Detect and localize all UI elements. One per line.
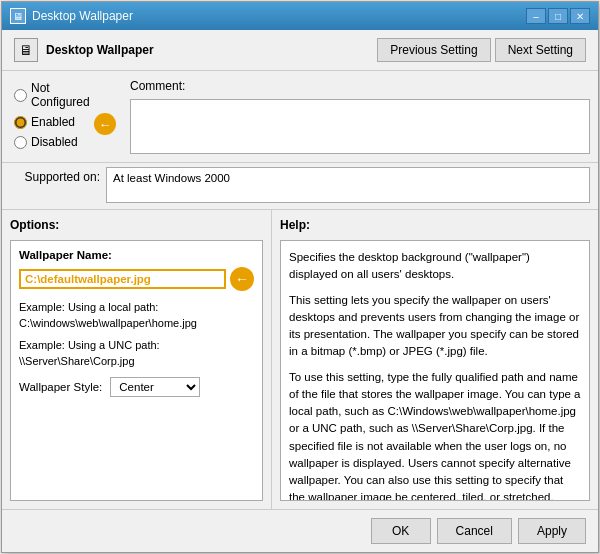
style-label: Wallpaper Style: — [19, 381, 102, 393]
supported-row: Supported on: At least Windows 2000 — [2, 163, 598, 210]
radio-enabled-label: Enabled — [31, 115, 75, 129]
supported-label: Supported on: — [10, 167, 100, 184]
example1-path: C:\windows\web\wallpaper\home.jpg — [19, 317, 254, 329]
help-panel: Help: Specifies the desktop background (… — [272, 210, 598, 509]
close-button[interactable]: ✕ — [570, 8, 590, 24]
radio-column: Not Configured Enabled ← Disabled — [2, 71, 122, 162]
wallpaper-name-label: Wallpaper Name: — [19, 249, 254, 261]
help-para-1: Specifies the desktop background ("wallp… — [289, 249, 581, 284]
title-bar: 🖥 Desktop Wallpaper – □ ✕ — [2, 2, 598, 30]
example2-label: Example: Using a UNC path: — [19, 339, 254, 351]
window-title: Desktop Wallpaper — [32, 9, 133, 23]
example2-path: \\Server\Share\Corp.jpg — [19, 355, 254, 367]
radio-not-configured-label: Not Configured — [31, 81, 110, 109]
title-bar-controls: – □ ✕ — [526, 8, 590, 24]
radio-disabled-input[interactable] — [14, 136, 27, 149]
main-window: 🖥 Desktop Wallpaper – □ ✕ 🖥 Desktop Wall… — [1, 1, 599, 553]
radio-disabled[interactable]: Disabled — [14, 135, 110, 149]
wallpaper-input-row: ← — [19, 267, 254, 291]
style-select[interactable]: Center Tile Stretch Fit Fill Span — [110, 377, 200, 397]
options-panel: Options: Wallpaper Name: ← Example: Usin… — [2, 210, 272, 509]
previous-setting-button[interactable]: Previous Setting — [377, 38, 490, 62]
options-title: Options: — [10, 218, 263, 232]
help-content: Specifies the desktop background ("wallp… — [280, 240, 590, 501]
comment-column: Comment: — [122, 71, 598, 162]
enabled-arrow-icon: ← — [94, 113, 116, 135]
content-area: 🖥 Desktop Wallpaper Previous Setting Nex… — [2, 30, 598, 552]
title-bar-left: 🖥 Desktop Wallpaper — [10, 8, 133, 24]
supported-value: At least Windows 2000 — [113, 172, 230, 184]
cancel-button[interactable]: Cancel — [437, 518, 512, 544]
comment-label: Comment: — [130, 79, 590, 93]
nav-buttons: Previous Setting Next Setting — [377, 38, 586, 62]
example1-label: Example: Using a local path: — [19, 301, 254, 313]
footer: OK Cancel Apply — [2, 509, 598, 552]
radio-not-configured[interactable]: Not Configured — [14, 81, 110, 109]
sub-header: 🖥 Desktop Wallpaper Previous Setting Nex… — [2, 30, 598, 71]
help-title: Help: — [280, 218, 590, 232]
radio-not-configured-input[interactable] — [14, 89, 27, 102]
supported-box: At least Windows 2000 — [106, 167, 590, 203]
minimize-button[interactable]: – — [526, 8, 546, 24]
wallpaper-browse-button[interactable]: ← — [230, 267, 254, 291]
wallpaper-name-input[interactable] — [19, 269, 226, 289]
main-body: Options: Wallpaper Name: ← Example: Usin… — [2, 210, 598, 509]
radio-disabled-label: Disabled — [31, 135, 78, 149]
radio-enabled-input[interactable] — [14, 116, 27, 129]
help-para-3: To use this setting, type the fully qual… — [289, 369, 581, 502]
next-setting-button[interactable]: Next Setting — [495, 38, 586, 62]
radio-enabled[interactable]: Enabled ← — [14, 115, 110, 129]
sub-header-title: Desktop Wallpaper — [46, 43, 369, 57]
options-content: Wallpaper Name: ← Example: Using a local… — [10, 240, 263, 501]
top-section: Not Configured Enabled ← Disabled Commen… — [2, 71, 598, 163]
style-row: Wallpaper Style: Center Tile Stretch Fit… — [19, 377, 254, 397]
window-icon: 🖥 — [10, 8, 26, 24]
maximize-button[interactable]: □ — [548, 8, 568, 24]
comment-textarea[interactable] — [130, 99, 590, 154]
ok-button[interactable]: OK — [371, 518, 431, 544]
sub-header-icon: 🖥 — [14, 38, 38, 62]
help-para-2: This setting lets you specify the wallpa… — [289, 292, 581, 361]
apply-button[interactable]: Apply — [518, 518, 586, 544]
